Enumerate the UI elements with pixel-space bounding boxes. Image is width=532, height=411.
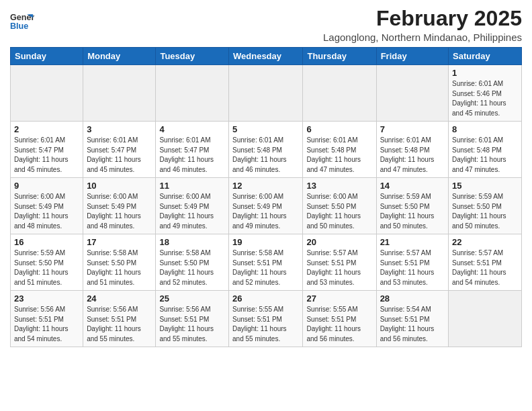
day-cell: 17Sunrise: 5:58 AM Sunset: 5:50 PM Dayli…	[83, 234, 156, 291]
day-info: Sunrise: 6:00 AM Sunset: 5:49 PM Dayligh…	[232, 192, 299, 231]
day-cell: 8Sunrise: 6:01 AM Sunset: 5:48 PM Daylig…	[449, 122, 522, 178]
day-cell: 7Sunrise: 6:01 AM Sunset: 5:48 PM Daylig…	[376, 122, 448, 178]
day-info: Sunrise: 5:57 AM Sunset: 5:51 PM Dayligh…	[306, 248, 372, 287]
title-block: February 2025 Lagonglong, Northern Minda…	[323, 7, 522, 43]
day-number: 7	[380, 124, 445, 134]
day-number: 9	[14, 181, 79, 191]
day-cell: 16Sunrise: 5:59 AM Sunset: 5:50 PM Dayli…	[11, 234, 83, 291]
day-info: Sunrise: 6:00 AM Sunset: 5:50 PM Dayligh…	[306, 192, 372, 231]
day-number: 15	[452, 181, 518, 191]
day-info: Sunrise: 6:01 AM Sunset: 5:48 PM Dayligh…	[452, 136, 518, 175]
day-cell: 1Sunrise: 6:01 AM Sunset: 5:46 PM Daylig…	[449, 65, 522, 122]
day-cell: 14Sunrise: 5:59 AM Sunset: 5:50 PM Dayli…	[376, 178, 448, 234]
week-row-3: 9Sunrise: 6:00 AM Sunset: 5:49 PM Daylig…	[11, 178, 522, 234]
day-info: Sunrise: 6:00 AM Sunset: 5:49 PM Dayligh…	[87, 192, 152, 231]
day-info: Sunrise: 6:01 AM Sunset: 5:47 PM Dayligh…	[87, 136, 152, 175]
day-number: 27	[306, 293, 372, 304]
day-cell: 4Sunrise: 6:01 AM Sunset: 5:47 PM Daylig…	[156, 122, 229, 178]
day-number: 24	[87, 293, 152, 304]
day-number: 5	[232, 124, 299, 134]
day-cell: 28Sunrise: 5:54 AM Sunset: 5:51 PM Dayli…	[376, 291, 448, 347]
day-number: 20	[306, 237, 372, 247]
day-cell	[83, 65, 156, 122]
day-cell: 11Sunrise: 6:00 AM Sunset: 5:49 PM Dayli…	[156, 178, 229, 234]
week-row-2: 2Sunrise: 6:01 AM Sunset: 5:47 PM Daylig…	[11, 122, 522, 178]
day-info: Sunrise: 5:55 AM Sunset: 5:51 PM Dayligh…	[306, 305, 372, 344]
day-number: 3	[87, 124, 152, 134]
day-info: Sunrise: 5:57 AM Sunset: 5:51 PM Dayligh…	[380, 248, 445, 287]
day-number: 8	[452, 124, 518, 134]
day-info: Sunrise: 5:59 AM Sunset: 5:50 PM Dayligh…	[452, 192, 518, 231]
day-info: Sunrise: 5:54 AM Sunset: 5:51 PM Dayligh…	[380, 305, 445, 344]
day-info: Sunrise: 6:01 AM Sunset: 5:46 PM Dayligh…	[452, 79, 518, 118]
col-header-sunday: Sunday	[11, 48, 83, 65]
day-number: 17	[87, 237, 152, 247]
day-number: 10	[87, 181, 152, 191]
day-number: 13	[306, 181, 372, 191]
day-number: 4	[159, 124, 225, 134]
month-title: February 2025	[323, 7, 522, 30]
logo: General Blue	[10, 9, 37, 34]
day-cell: 3Sunrise: 6:01 AM Sunset: 5:47 PM Daylig…	[83, 122, 156, 178]
col-header-tuesday: Tuesday	[156, 48, 229, 65]
day-cell: 2Sunrise: 6:01 AM Sunset: 5:47 PM Daylig…	[11, 122, 83, 178]
day-cell: 5Sunrise: 6:01 AM Sunset: 5:48 PM Daylig…	[229, 122, 303, 178]
location-title: Lagonglong, Northern Mindanao, Philippin…	[323, 32, 522, 43]
day-cell: 21Sunrise: 5:57 AM Sunset: 5:51 PM Dayli…	[376, 234, 448, 291]
day-info: Sunrise: 6:01 AM Sunset: 5:48 PM Dayligh…	[232, 136, 299, 175]
day-info: Sunrise: 6:01 AM Sunset: 5:47 PM Dayligh…	[14, 136, 79, 175]
day-number: 22	[452, 237, 518, 247]
day-cell: 23Sunrise: 5:56 AM Sunset: 5:51 PM Dayli…	[11, 291, 83, 347]
day-number: 18	[159, 237, 225, 247]
day-number: 12	[232, 181, 299, 191]
day-cell: 18Sunrise: 5:58 AM Sunset: 5:50 PM Dayli…	[156, 234, 229, 291]
day-info: Sunrise: 6:00 AM Sunset: 5:49 PM Dayligh…	[14, 192, 79, 231]
day-cell: 6Sunrise: 6:01 AM Sunset: 5:48 PM Daylig…	[303, 122, 376, 178]
day-cell: 24Sunrise: 5:56 AM Sunset: 5:51 PM Dayli…	[83, 291, 156, 347]
svg-text:Blue: Blue	[10, 21, 28, 31]
day-cell: 10Sunrise: 6:00 AM Sunset: 5:49 PM Dayli…	[83, 178, 156, 234]
day-number: 2	[14, 124, 79, 134]
day-number: 21	[380, 237, 445, 247]
day-number: 28	[380, 293, 445, 304]
day-cell: 9Sunrise: 6:00 AM Sunset: 5:49 PM Daylig…	[11, 178, 83, 234]
day-number: 11	[159, 181, 225, 191]
week-row-1: 1Sunrise: 6:01 AM Sunset: 5:46 PM Daylig…	[11, 65, 522, 122]
day-info: Sunrise: 5:55 AM Sunset: 5:51 PM Dayligh…	[232, 305, 299, 344]
col-header-friday: Friday	[376, 48, 448, 65]
calendar-page: General Blue February 2025 Lagonglong, N…	[0, 0, 532, 354]
day-number: 1	[452, 68, 518, 78]
day-cell: 19Sunrise: 5:58 AM Sunset: 5:51 PM Dayli…	[229, 234, 303, 291]
day-number: 26	[232, 293, 299, 304]
day-info: Sunrise: 5:59 AM Sunset: 5:50 PM Dayligh…	[380, 192, 445, 231]
day-cell	[376, 65, 448, 122]
day-cell: 15Sunrise: 5:59 AM Sunset: 5:50 PM Dayli…	[449, 178, 522, 234]
day-number: 16	[14, 237, 79, 247]
day-info: Sunrise: 6:01 AM Sunset: 5:47 PM Dayligh…	[159, 136, 225, 175]
day-cell: 20Sunrise: 5:57 AM Sunset: 5:51 PM Dayli…	[303, 234, 376, 291]
logo-icon: General Blue	[10, 9, 34, 34]
day-number: 14	[380, 181, 445, 191]
week-row-4: 16Sunrise: 5:59 AM Sunset: 5:50 PM Dayli…	[11, 234, 522, 291]
day-cell: 22Sunrise: 5:57 AM Sunset: 5:51 PM Dayli…	[449, 234, 522, 291]
col-header-saturday: Saturday	[449, 48, 522, 65]
day-info: Sunrise: 5:58 AM Sunset: 5:50 PM Dayligh…	[87, 248, 152, 287]
day-cell	[449, 291, 522, 347]
day-cell: 26Sunrise: 5:55 AM Sunset: 5:51 PM Dayli…	[229, 291, 303, 347]
col-header-monday: Monday	[83, 48, 156, 65]
header: General Blue February 2025 Lagonglong, N…	[10, 7, 522, 43]
day-info: Sunrise: 5:56 AM Sunset: 5:51 PM Dayligh…	[87, 305, 152, 344]
day-info: Sunrise: 5:58 AM Sunset: 5:51 PM Dayligh…	[232, 248, 299, 287]
day-cell: 25Sunrise: 5:56 AM Sunset: 5:51 PM Dayli…	[156, 291, 229, 347]
day-number: 6	[306, 124, 372, 134]
calendar-table: SundayMondayTuesdayWednesdayThursdayFrid…	[10, 47, 522, 347]
day-info: Sunrise: 6:01 AM Sunset: 5:48 PM Dayligh…	[380, 136, 445, 175]
day-cell	[11, 65, 83, 122]
day-number: 25	[159, 293, 225, 304]
day-info: Sunrise: 6:01 AM Sunset: 5:48 PM Dayligh…	[306, 136, 372, 175]
day-info: Sunrise: 5:56 AM Sunset: 5:51 PM Dayligh…	[14, 305, 79, 344]
day-cell	[229, 65, 303, 122]
day-cell: 12Sunrise: 6:00 AM Sunset: 5:49 PM Dayli…	[229, 178, 303, 234]
day-number: 23	[14, 293, 79, 304]
day-info: Sunrise: 6:00 AM Sunset: 5:49 PM Dayligh…	[159, 192, 225, 231]
